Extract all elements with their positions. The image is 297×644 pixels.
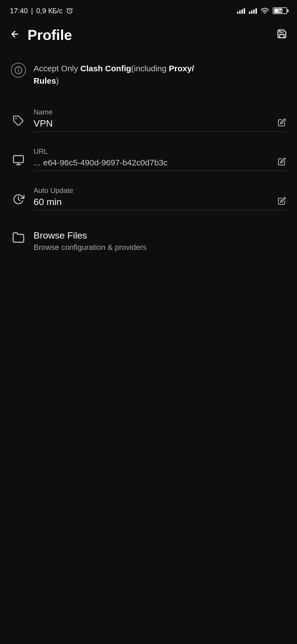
auto-update-value: 60 min <box>34 197 273 207</box>
auto-update-icon <box>11 192 26 207</box>
browse-files-subtitle: Browse configuration & providers <box>34 243 147 252</box>
url-edit-button[interactable] <box>278 157 286 168</box>
auto-update-label: Auto Update <box>34 186 286 195</box>
url-value-row: ... e64-96c5-490d-9697-b42c0d7b3c <box>34 157 286 171</box>
battery-indicator: 74 <box>273 7 287 14</box>
name-value: VPN <box>34 118 273 129</box>
save-button[interactable] <box>277 29 287 42</box>
svg-rect-6 <box>13 156 24 163</box>
back-button[interactable] <box>10 29 20 41</box>
url-row: URL ... e64-96c5-490d-9697-b42c0d7b3c <box>0 139 297 175</box>
svg-point-1 <box>265 13 265 14</box>
status-bar: 17:40 | 0,9 КБ/с <box>0 0 297 19</box>
url-partial: e64-96c5-490d-9697-b42c0d7b3c <box>43 158 167 167</box>
alarm-icon <box>66 7 73 14</box>
name-value-row: VPN <box>34 118 286 132</box>
status-bar-left: 17:40 | 0,9 КБ/с <box>10 7 73 15</box>
wifi-icon <box>261 8 269 14</box>
auto-update-field: Auto Update 60 min <box>34 186 286 212</box>
auto-update-value-row: 60 min <box>34 197 286 210</box>
browse-files-title: Browse Files <box>34 230 147 241</box>
url-dots: ... <box>34 158 40 167</box>
info-text: Accept Only Clash Config(including Proxy… <box>34 62 194 87</box>
name-label: Name <box>34 108 286 116</box>
info-icon <box>11 63 26 78</box>
auto-update-edit-button[interactable] <box>278 197 286 207</box>
folder-icon <box>11 230 26 245</box>
browse-text: Browse Files Browse configuration & prov… <box>34 230 147 252</box>
auto-update-row: Auto Update 60 min <box>0 178 297 215</box>
name-row: Name VPN <box>0 100 297 136</box>
url-label: URL <box>34 147 286 156</box>
name-edit-button[interactable] <box>278 118 286 129</box>
app-bar: Profile <box>0 19 297 50</box>
browse-files-row[interactable]: Browse Files Browse configuration & prov… <box>0 220 297 262</box>
url-field: URL ... e64-96c5-490d-9697-b42c0d7b3c <box>34 147 286 173</box>
info-text-content: Accept Only Clash Config(including Proxy… <box>34 64 194 85</box>
url-icon <box>11 153 26 168</box>
app-bar-left: Profile <box>10 27 72 43</box>
signal-icon-1 <box>237 8 245 14</box>
network-speed: 0,9 КБ/с <box>36 7 63 15</box>
separator: | <box>31 7 33 15</box>
info-banner: Accept Only Clash Config(including Proxy… <box>0 52 297 97</box>
url-value: ... e64-96c5-490d-9697-b42c0d7b3c <box>34 158 273 167</box>
name-field: Name VPN <box>34 108 286 133</box>
battery-level: 74 <box>278 9 282 13</box>
name-icon <box>11 113 26 128</box>
signal-icon-2 <box>249 8 257 14</box>
status-bar-right: 74 <box>237 7 287 14</box>
time: 17:40 <box>10 7 28 15</box>
page-title: Profile <box>28 27 72 43</box>
